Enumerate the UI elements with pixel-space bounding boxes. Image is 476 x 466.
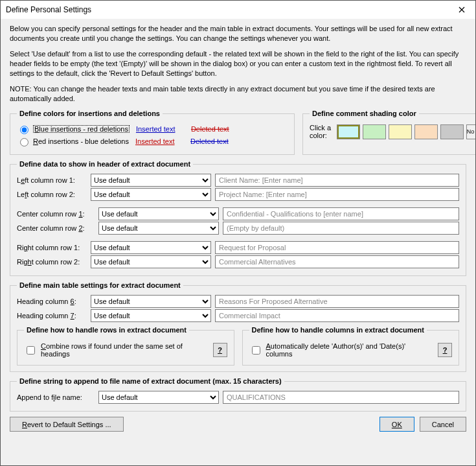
- delete-cols-checkbox[interactable]: Automatically delete 'Author(s)' and 'Da…: [249, 342, 433, 358]
- right2-text[interactable]: [215, 255, 459, 268]
- help-rows-button[interactable]: ?: [213, 343, 227, 357]
- shading-group: Define comment shading color Click a col…: [302, 110, 475, 155]
- cancel-button[interactable]: Cancel: [420, 417, 466, 432]
- table-group: Define main table settings for extract d…: [10, 281, 466, 372]
- header-legend: Define data to show in header of extract…: [17, 160, 193, 168]
- h6-text[interactable]: [215, 295, 459, 308]
- window-title: Define Personal Settings: [6, 5, 91, 14]
- right1-label: Right column row 1:: [17, 244, 87, 251]
- append-group: Define string to append to file name of …: [10, 377, 466, 412]
- right1-text[interactable]: [215, 241, 459, 254]
- color-swatch-none[interactable]: No color: [466, 124, 475, 139]
- color-swatch-3[interactable]: [389, 124, 412, 139]
- radio-blue-red[interactable]: Blue insertions - red deletions: [17, 124, 130, 134]
- h6-label: Heading column 6:: [17, 297, 87, 305]
- intro-p3: NOTE: You can change the header texts an…: [10, 84, 466, 104]
- colors-legend: Define colors for insertions and deletio…: [17, 110, 163, 117]
- h7-text[interactable]: [215, 309, 459, 322]
- append-text[interactable]: [223, 391, 459, 404]
- center2-combo[interactable]: Use default: [98, 222, 219, 235]
- help-cols-button[interactable]: ?: [438, 343, 452, 357]
- left1-text[interactable]: [215, 174, 459, 187]
- center2-text[interactable]: [223, 222, 459, 235]
- sample-deleted-blue: Deleted text: [190, 137, 239, 145]
- right2-combo[interactable]: Use default: [91, 255, 211, 268]
- append-combo[interactable]: Use default: [98, 391, 219, 404]
- h7-combo[interactable]: Use default: [91, 309, 211, 322]
- shading-label: Click a color:: [310, 124, 333, 139]
- rows-group: Define how to handle rows in extract doc…: [17, 326, 234, 366]
- close-icon: [459, 6, 465, 13]
- cols-legend: Define how to handle columns in extract …: [249, 326, 427, 334]
- rows-legend: Define how to handle rows in extract doc…: [24, 326, 189, 334]
- close-button[interactable]: [449, 2, 474, 17]
- color-swatch-4[interactable]: [414, 124, 438, 139]
- intro-p1: Below you can specify personal settings …: [10, 24, 466, 43]
- sample-inserted-red: Inserted text: [135, 137, 184, 145]
- center1-text[interactable]: [223, 207, 459, 220]
- sample-inserted-blue: Inserted text: [136, 125, 185, 133]
- right1-combo[interactable]: Use default: [91, 241, 211, 254]
- center1-label: Center column row 1:: [17, 210, 95, 218]
- intro-p2: Select 'Use default' from a list to use …: [10, 49, 466, 78]
- left1-combo[interactable]: Use default: [91, 174, 211, 187]
- sample-deleted-red: Deleted text: [191, 125, 240, 133]
- center1-combo[interactable]: Use default: [98, 207, 219, 220]
- left2-label: Left column row 2:: [17, 191, 87, 198]
- h7-label: Heading column 7:: [17, 312, 87, 320]
- color-swatch-5[interactable]: [440, 124, 464, 139]
- append-label: Append to file name:: [17, 393, 95, 401]
- color-swatch-1[interactable]: [337, 124, 360, 139]
- cols-group: Define how to handle columns in extract …: [242, 326, 460, 366]
- table-legend: Define main table settings for extract d…: [17, 281, 183, 289]
- color-swatch-2[interactable]: [363, 124, 386, 139]
- header-group: Define data to show in header of extract…: [10, 160, 466, 276]
- right2-label: Right column row 2:: [17, 258, 87, 266]
- ok-button[interactable]: OK: [380, 417, 414, 432]
- intro-text: Below you can specify personal settings …: [10, 24, 466, 104]
- radio-red-blue[interactable]: Red insertions - blue deletions: [17, 136, 129, 146]
- left2-text[interactable]: [215, 188, 459, 201]
- title-bar: Define Personal Settings: [1, 1, 475, 19]
- combine-rows-checkbox[interactable]: Combine rows if found under the same set…: [24, 342, 208, 358]
- left1-label: Left column row 1:: [17, 176, 87, 184]
- shading-legend: Define comment shading color: [310, 110, 419, 117]
- append-legend: Define string to append to file name of …: [17, 377, 284, 385]
- colors-group: Define colors for insertions and deletio…: [10, 110, 295, 155]
- center2-label: Center column row 2:: [17, 224, 95, 232]
- left2-combo[interactable]: Use default: [91, 188, 211, 201]
- h6-combo[interactable]: Use default: [91, 295, 211, 308]
- revert-button[interactable]: Revert to Default Settings ...: [10, 417, 124, 432]
